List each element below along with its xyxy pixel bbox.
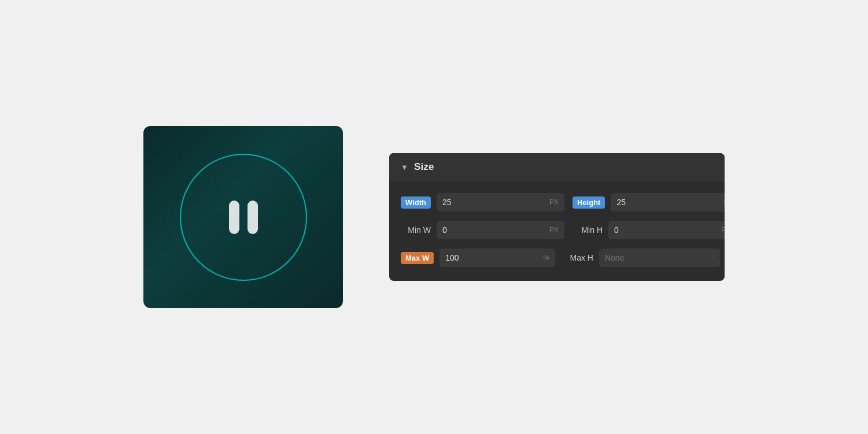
- circle-outline: [180, 154, 307, 281]
- minh-field-group: Min H PX: [572, 221, 725, 239]
- height-input-wrap[interactable]: PX: [611, 193, 725, 212]
- width-field-group: Width PX: [401, 193, 564, 212]
- maxw-input[interactable]: [439, 248, 543, 267]
- maxh-input-wrap[interactable]: -: [599, 248, 720, 267]
- chevron-down-icon: ▼: [401, 163, 408, 172]
- inspector-header: ▼ Size: [389, 153, 725, 181]
- inspector-panel: ▼ Size Width PX Height PX: [389, 153, 725, 281]
- minh-label: Min H: [572, 225, 603, 235]
- width-input[interactable]: [437, 193, 549, 212]
- preview-panel: [143, 126, 343, 308]
- maxw-unit: %: [543, 254, 555, 262]
- height-label: Height: [572, 196, 605, 209]
- minw-label: Min W: [401, 225, 431, 235]
- maxw-input-wrap[interactable]: %: [439, 248, 555, 267]
- height-field-group: Height PX: [572, 193, 725, 212]
- minh-input[interactable]: [608, 221, 721, 239]
- section-title: Size: [414, 161, 434, 173]
- pause-bar-left: [229, 201, 239, 234]
- maxh-unit: -: [712, 254, 720, 262]
- size-row-max: Max W % Max H -: [401, 248, 713, 267]
- inspector-body: Width PX Height PX Min W PX: [389, 181, 725, 281]
- width-input-wrap[interactable]: PX: [437, 193, 564, 212]
- maxh-field-group: Max H -: [563, 248, 720, 267]
- pause-bar-right: [248, 201, 258, 234]
- minw-input-wrap[interactable]: PX: [437, 221, 564, 239]
- pause-icon: [229, 201, 258, 234]
- width-label: Width: [401, 196, 431, 209]
- maxw-label: Max W: [401, 252, 434, 264]
- size-row-width-height: Width PX Height PX: [401, 193, 713, 212]
- maxh-input[interactable]: [599, 248, 712, 267]
- width-unit: PX: [549, 198, 564, 206]
- minh-input-wrap[interactable]: PX: [608, 221, 725, 239]
- minw-input[interactable]: [437, 221, 549, 239]
- height-input[interactable]: [611, 193, 723, 212]
- minw-field-group: Min W PX: [401, 221, 564, 239]
- height-unit: PX: [723, 198, 725, 206]
- minw-unit: PX: [549, 226, 564, 234]
- minh-unit: PX: [721, 226, 725, 234]
- maxh-label: Max H: [563, 253, 593, 262]
- size-row-min: Min W PX Min H PX: [401, 221, 713, 239]
- maxw-field-group: Max W %: [401, 248, 555, 267]
